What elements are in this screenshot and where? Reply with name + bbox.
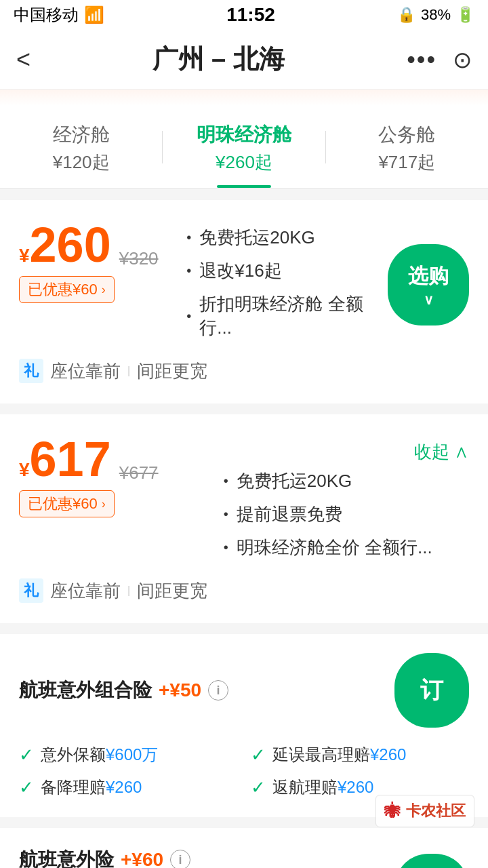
ticket1-seat-tag: 礼 座位靠前 | 间距更宽 <box>19 359 469 383</box>
order-button-2[interactable]: 订 <box>394 854 469 868</box>
ticket1-discount-tag[interactable]: 已优惠¥60 › <box>19 276 115 303</box>
gift-icon-1: 礼 <box>19 359 43 383</box>
insurance2-title-text: 航班意外险 <box>19 847 114 868</box>
ticket2-seat-text: 座位靠前 <box>50 579 121 603</box>
ticket1-seat-text2: 间距更宽 <box>137 359 207 383</box>
watermark-text: 卡农社区 <box>406 801 466 821</box>
tab-economy-label: 经济舱 <box>0 122 162 148</box>
buy-btn-chevron: ∨ <box>424 292 434 308</box>
watermark-spider-icon: 🕷 <box>384 802 401 821</box>
tab-economy[interactable]: 经济舱 ¥120起 <box>0 106 162 188</box>
ticket2-seat-text2: 间距更宽 <box>137 579 207 603</box>
ticket2-features: 收起 ∧ 免费托运20KG 提前退票免费 明珠经济舱全价 全额行... <box>224 435 469 569</box>
insurance1-title: 航班意外组合险 +¥50 i <box>19 677 228 703</box>
insurance1-item-2: ✓ 延误最高理赔¥260 <box>251 744 469 766</box>
insurance1-highlight-3: ¥260 <box>106 778 142 796</box>
ticket1-price-left: ¥ 260 ¥320 已优惠¥60 › <box>19 220 186 303</box>
ticket2-price-symbol: ¥ <box>19 459 30 481</box>
ticket1-price-symbol: ¥ <box>19 245 30 267</box>
status-bar: 中国移动 📶 11:52 🔒 38% 🔋 <box>0 0 488 30</box>
ticket1-features: 免费托运20KG 退改¥16起 折扣明珠经济舱 全额行... <box>186 220 388 349</box>
ticket1-seat-divider: | <box>127 365 130 377</box>
insurance1-item-4-text: 返航理赔¥260 <box>272 776 373 798</box>
wifi-icon: 📶 <box>84 5 104 24</box>
insurance-card-1: 航班意外组合险 +¥50 i 订 ✓ 意外保额¥600万 ✓ 延误最高理赔¥26… <box>0 634 488 817</box>
ticket2-price-left: ¥ 617 ¥677 已优惠¥60 › <box>19 435 224 517</box>
buy-button-1[interactable]: 选购 ∨ <box>388 244 469 326</box>
tab-pearl[interactable]: 明珠经济舱 ¥260起 <box>163 106 325 188</box>
watermark: 🕷 卡农社区 <box>375 795 474 827</box>
tab-bar: 经济舱 ¥120起 明珠经济舱 ¥260起 公务舱 ¥717起 <box>0 106 488 189</box>
insurance2-info-icon[interactable]: i <box>170 850 190 868</box>
check-icon-2: ✓ <box>251 745 266 766</box>
check-icon-1: ✓ <box>19 745 34 766</box>
tab-pearl-price: ¥260起 <box>163 151 325 174</box>
status-time: 11:52 <box>226 4 275 26</box>
battery-icon: 🔋 <box>456 6 474 24</box>
ticket2-discount-tag[interactable]: 已优惠¥60 › <box>19 490 115 517</box>
tab-business-price: ¥717起 <box>326 151 488 174</box>
insurance1-item-3-text: 备降理赔¥260 <box>41 776 142 798</box>
ticket-card-2: ¥ 617 ¥677 已优惠¥60 › 收起 ∧ 免费托运20KG 提前退票免费… <box>0 414 488 623</box>
ticket1-price-num: 260 <box>30 220 111 269</box>
lock-icon: 🔒 <box>397 6 415 24</box>
ticket1-discount-arrow: › <box>102 283 106 297</box>
ticket2-price-original: ¥677 <box>119 462 159 484</box>
insurance1-highlight-1: ¥600万 <box>106 745 158 764</box>
ticket1-feature-1: 免费托运20KG <box>186 226 388 250</box>
insurance1-item-3: ✓ 备降理赔¥260 <box>19 776 237 798</box>
nav-left: < <box>16 45 30 74</box>
insurance2-content: 航班意外险 +¥60 i 意外保额¥700万 ¥4.5万航空医疗意外保障 <box>19 847 381 868</box>
nav-right: ••• ⊙ <box>407 45 472 74</box>
insurance1-title-row: 航班意外组合险 +¥50 i 订 <box>19 653 469 728</box>
back-button[interactable]: < <box>16 45 30 74</box>
ticket2-seat-divider: | <box>127 585 130 597</box>
insurance2-title: 航班意外险 +¥60 i <box>19 847 381 868</box>
ticket1-price-row: ¥ 260 ¥320 已优惠¥60 › 免费托运20KG 退改¥16起 折扣明珠… <box>19 220 469 349</box>
ticket1-price-main: ¥ 260 ¥320 <box>19 220 186 269</box>
ticket2-discount-text: 已优惠¥60 <box>28 494 98 514</box>
status-left: 中国移动 📶 <box>14 4 104 26</box>
ticket1-seat-text: 座位靠前 <box>50 359 121 383</box>
insurance2-content-row: 航班意外险 +¥60 i 意外保额¥700万 ¥4.5万航空医疗意外保障 订 <box>19 847 469 868</box>
ticket1-price-original: ¥320 <box>119 248 159 269</box>
ticket2-seat-tag: 礼 座位靠前 | 间距更宽 <box>19 578 469 603</box>
insurance2-plus-price: +¥60 <box>121 849 163 868</box>
ticket1-feature-3: 折扣明珠经济舱 全额行... <box>186 292 388 340</box>
insurance1-info-icon[interactable]: i <box>208 680 228 701</box>
status-right: 🔒 38% 🔋 <box>397 6 474 24</box>
watermark-box: 🕷 卡农社区 <box>375 795 474 827</box>
ticket-card-1: ¥ 260 ¥320 已优惠¥60 › 免费托运20KG 退改¥16起 折扣明珠… <box>0 200 488 403</box>
check-icon-3: ✓ <box>19 777 34 798</box>
ticket2-feature-2: 提前退票免费 <box>224 502 469 526</box>
ticket2-discount-arrow: › <box>102 497 106 511</box>
top-banner <box>0 90 488 106</box>
tab-pearl-label: 明珠经济舱 <box>163 122 325 148</box>
tab-economy-price: ¥120起 <box>0 151 162 174</box>
more-button[interactable]: ••• <box>407 45 436 74</box>
ticket1-feature-2: 退改¥16起 <box>186 259 388 283</box>
collapse-button[interactable]: 收起 ∧ <box>414 440 469 464</box>
page-title: 广州 – 北海 <box>152 42 284 77</box>
insurance1-title-text: 航班意外组合险 <box>19 677 152 703</box>
buy-btn-label-1: 选购 <box>408 262 449 290</box>
insurance1-item-1: ✓ 意外保额¥600万 <box>19 744 237 766</box>
check-icon-4: ✓ <box>251 777 266 798</box>
insurance1-plus-price: +¥50 <box>159 679 201 701</box>
gift-icon-2: 礼 <box>19 578 43 603</box>
nav-bar: < 广州 – 北海 ••• ⊙ <box>0 30 488 90</box>
insurance1-grid: ✓ 意外保额¥600万 ✓ 延误最高理赔¥260 ✓ 备降理赔¥260 ✓ 返航… <box>19 744 469 798</box>
tab-business-label: 公务舱 <box>326 122 488 148</box>
ticket2-feature-3: 明珠经济舱全价 全额行... <box>224 536 469 559</box>
order-button-1[interactable]: 订 <box>394 653 469 728</box>
insurance1-highlight-4: ¥260 <box>338 778 373 796</box>
tab-business[interactable]: 公务舱 ¥717起 <box>326 106 488 188</box>
insurance1-highlight-2: ¥260 <box>370 745 406 764</box>
carrier-text: 中国移动 <box>14 4 79 26</box>
insurance1-item-2-text: 延误最高理赔¥260 <box>272 744 406 766</box>
insurance1-item-1-text: 意外保额¥600万 <box>41 744 158 766</box>
ticket2-feature-1: 免费托运20KG <box>224 469 469 493</box>
scan-icon[interactable]: ⊙ <box>453 46 472 73</box>
insurance-card-2: 航班意外险 +¥60 i 意外保额¥700万 ¥4.5万航空医疗意外保障 订 <box>0 828 488 868</box>
ticket2-price-main: ¥ 617 ¥677 <box>19 435 224 484</box>
